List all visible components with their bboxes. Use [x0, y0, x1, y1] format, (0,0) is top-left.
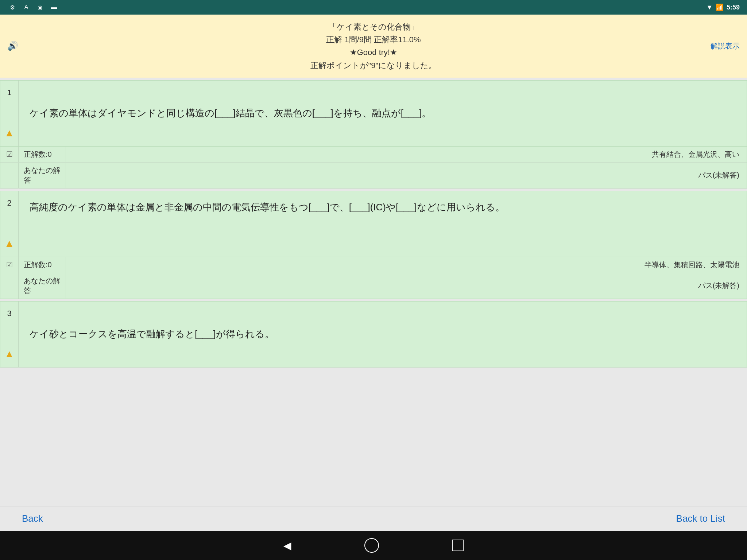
question-number-col-1: 1 ▲ — [0, 81, 19, 146]
triangle-icon-3: ▲ — [4, 348, 15, 360]
correct-count-label-2: 正解数:0 — [19, 257, 66, 273]
your-answer-value-1: パス(未解答) — [66, 167, 747, 183]
card-icon: ▬ — [49, 2, 59, 12]
check-icon-col-your-1 — [0, 163, 19, 188]
header-subtitle1: 正解 1問/9問 正解率11.0% — [7, 33, 740, 46]
back-to-list-button[interactable]: Back to List — [676, 513, 725, 524]
triangle-icon-2: ▲ — [4, 238, 15, 249]
question-number-3: 3 — [7, 309, 11, 318]
question-body-1: 1 ▲ ケイ素の単体はダイヤモンドと同じ構造の[___]結晶で、灰黒色の[___… — [0, 81, 747, 146]
gear-icon: ⚙ — [7, 2, 18, 12]
status-icons-right: ▼ 📶 5:59 — [706, 3, 740, 11]
question-number-1: 1 — [7, 88, 11, 97]
check-icon-col-your-2 — [0, 273, 19, 299]
question-text-2: 高純度のケイ素の単体は金属と非金属の中間の電気伝導性をもつ[___]で、[___… — [19, 191, 747, 257]
question-card-1: 1 ▲ ケイ素の単体はダイヤモンドと同じ構造の[___]結晶で、灰黒色の[___… — [0, 80, 747, 188]
answer-rows-1: ☑ 正解数:0 共有結合、金属光沢、高い あなたの解答 パス(未解答) — [0, 146, 747, 188]
nav-bar: ◀ — [0, 531, 747, 560]
wifi-icon: ▼ — [706, 4, 713, 11]
correct-count-label-1: 正解数:0 — [19, 147, 66, 162]
question-number-col-2: 2 ▲ — [0, 191, 19, 257]
back-button[interactable]: Back — [22, 513, 43, 524]
your-answer-row-2: あなたの解答 パス(未解答) — [0, 273, 747, 299]
status-bar: ⚙ A ◉ ▬ ▼ 📶 5:59 — [0, 0, 747, 15]
header-text: 「ケイ素とその化合物」 正解 1問/9問 正解率11.0% ★Good try!… — [7, 20, 740, 72]
your-answer-label-2: あなたの解答 — [19, 273, 66, 299]
a-icon: A — [21, 2, 31, 12]
header-subtitle3: 正解ポイントが"9"になりました。 — [7, 59, 740, 72]
question-card-3: 3 ▲ ケイ砂とコークスを高温で融解すると[___]が得られる。 — [0, 301, 747, 368]
correct-answer-2: 半導体、集積回路、太陽電池 — [66, 257, 747, 273]
main-content: 1 ▲ ケイ素の単体はダイヤモンドと同じ構造の[___]結晶で、灰黒色の[___… — [0, 78, 747, 506]
checkbox-icon-1[interactable]: ☑ — [6, 150, 13, 159]
question-card-2: 2 ▲ 高純度のケイ素の単体は金属と非金属の中間の電気伝導性をもつ[___]で、… — [0, 191, 747, 299]
question-text-3: ケイ砂とコークスを高温で融解すると[___]が得られる。 — [19, 302, 747, 367]
your-answer-value-2: パス(未解答) — [66, 278, 747, 293]
question-body-3: 3 ▲ ケイ砂とコークスを高温で融解すると[___]が得られる。 — [0, 302, 747, 367]
correct-answer-1: 共有結合、金属光沢、高い — [66, 147, 747, 162]
volume-icon[interactable]: 🔊 — [7, 41, 18, 51]
status-icons-left: ⚙ A ◉ ▬ — [7, 2, 59, 12]
explanation-link[interactable]: 解説表示 — [711, 41, 740, 51]
question-body-2: 2 ▲ 高純度のケイ素の単体は金属と非金属の中間の電気伝導性をもつ[___]で、… — [0, 191, 747, 257]
app-area: 🔊 「ケイ素とその化合物」 正解 1問/9問 正解率11.0% ★Good tr… — [0, 15, 747, 531]
question-text-1: ケイ素の単体はダイヤモンドと同じ構造の[___]結晶で、灰黒色の[___]を持ち… — [19, 81, 747, 146]
circle-icon: ◉ — [35, 2, 45, 12]
your-answer-label-1: あなたの解答 — [19, 163, 66, 188]
question-number-2: 2 — [7, 198, 11, 208]
status-time: 5:59 — [727, 4, 740, 11]
checkbox-icon-2[interactable]: ☑ — [6, 260, 13, 269]
question-number-col-3: 3 ▲ — [0, 302, 19, 367]
home-nav-button[interactable] — [364, 538, 379, 553]
header-title: 「ケイ素とその化合物」 — [7, 20, 740, 33]
header: 🔊 「ケイ素とその化合物」 正解 1問/9問 正解率11.0% ★Good tr… — [0, 15, 747, 78]
recents-nav-button[interactable] — [452, 540, 464, 551]
bottom-bar: Back Back to List — [0, 506, 747, 531]
answer-rows-2: ☑ 正解数:0 半導体、集積回路、太陽電池 あなたの解答 パス(未解答) — [0, 257, 747, 299]
triangle-icon-1: ▲ — [4, 127, 15, 139]
correct-row-2: ☑ 正解数:0 半導体、集積回路、太陽電池 — [0, 257, 747, 273]
back-nav-button[interactable]: ◀ — [283, 540, 291, 552]
check-icon-col-2: ☑ — [0, 257, 19, 273]
check-icon-col-1: ☑ — [0, 147, 19, 162]
header-subtitle2: ★Good try!★ — [7, 46, 740, 59]
correct-row-1: ☑ 正解数:0 共有結合、金属光沢、高い — [0, 147, 747, 163]
battery-icon: 📶 — [716, 3, 724, 11]
your-answer-row-1: あなたの解答 パス(未解答) — [0, 163, 747, 188]
